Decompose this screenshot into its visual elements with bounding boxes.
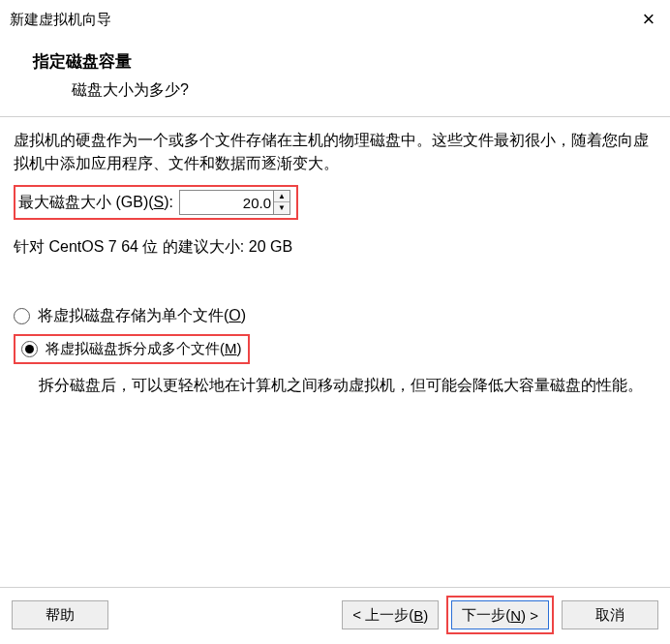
window-title: 新建虚拟机向导 <box>10 11 111 29</box>
disk-size-spinner[interactable]: 20.0 ▲ ▼ <box>179 190 290 215</box>
disk-size-input[interactable]: 20.0 <box>180 191 273 214</box>
back-button[interactable]: < 上一步(B) <box>342 600 439 629</box>
radio-icon[interactable] <box>21 341 38 357</box>
radio-split-label[interactable]: 将虚拟磁盘拆分成多个文件(M) <box>46 340 242 358</box>
split-description: 拆分磁盘后，可以更轻松地在计算机之间移动虚拟机，但可能会降低大容量磁盘的性能。 <box>39 374 656 397</box>
spin-down-icon[interactable]: ▼ <box>274 202 289 214</box>
page-heading: 指定磁盘容量 <box>33 50 660 73</box>
next-button[interactable]: 下一步(N) > <box>451 600 549 629</box>
next-button-highlight: 下一步(N) > <box>446 596 554 634</box>
radio-single-file[interactable]: 将虚拟磁盘存储为单个文件(O) <box>14 306 656 326</box>
radio-split-highlight: 将虚拟磁盘拆分成多个文件(M) <box>14 334 250 364</box>
radio-single-label: 将虚拟磁盘存储为单个文件(O) <box>38 306 246 326</box>
spin-up-icon[interactable]: ▲ <box>274 191 289 202</box>
disk-description: 虚拟机的硬盘作为一个或多个文件存储在主机的物理磁盘中。这些文件最初很小，随着您向… <box>14 129 656 175</box>
disk-size-highlight: 最大磁盘大小 (GB)(S): 20.0 ▲ ▼ <box>14 185 298 220</box>
recommended-size: 针对 CentOS 7 64 位 的建议大小: 20 GB <box>14 237 656 258</box>
close-icon[interactable]: × <box>635 9 662 30</box>
radio-icon[interactable] <box>14 308 30 324</box>
disk-size-label: 最大磁盘大小 (GB)(S): <box>18 193 173 213</box>
cancel-button[interactable]: 取消 <box>562 600 658 629</box>
footer: 帮助 < 上一步(B) 下一步(N) > 取消 <box>0 587 670 644</box>
help-button[interactable]: 帮助 <box>12 600 108 629</box>
page-subtext: 磁盘大小为多少? <box>72 80 660 101</box>
